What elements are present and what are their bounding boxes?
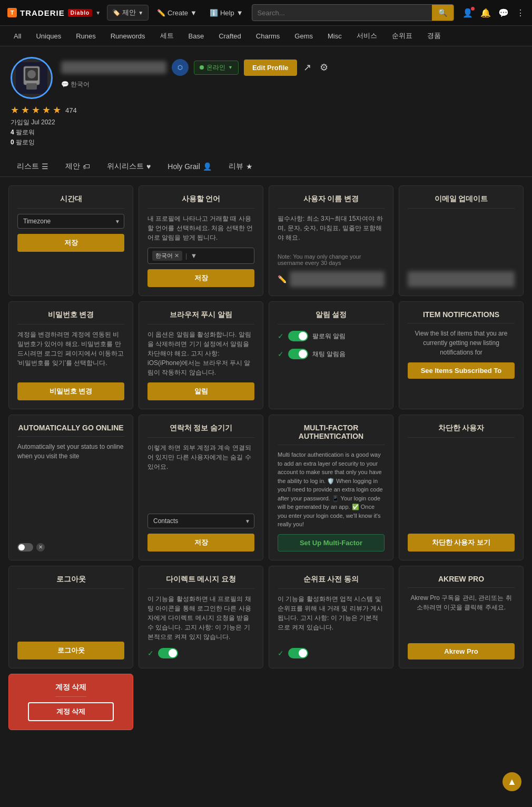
card-akrew-pro: AKREW PRO Akrew Pro 구독을 관리, 관리또는 취소하려면 이… — [399, 566, 524, 668]
chat-icon[interactable]: 💬 — [498, 8, 509, 18]
username-description: 필수사항: 최소 3자~최대 15자여야 하며, 문자, 숫자, 마침표, 밑줄… — [278, 214, 385, 248]
cat-runes[interactable]: Runes — [70, 27, 102, 45]
chevron-down-icon[interactable]: ▼ — [95, 10, 101, 16]
card-title-email: 이메일 업데이트 — [408, 194, 515, 209]
auto-online-close-icon[interactable]: ✕ — [36, 543, 45, 552]
tab-proposal[interactable]: 제안 🏷 — [57, 158, 98, 176]
chat-toggle[interactable] — [288, 349, 308, 359]
scroll-to-top-button[interactable]: ▲ — [503, 772, 521, 791]
help-dropdown[interactable]: ℹ️ Help ▼ — [205, 6, 248, 19]
chat-toggle-label: 채팅 알림음 — [312, 350, 346, 359]
heart-icon: ♥ — [146, 162, 151, 171]
username-blur — [61, 61, 166, 74]
svg-point-3 — [27, 70, 36, 78]
card-dm-requests: 다이렉트 메시지 요청 이 기능을 활성화하면 내 프로필의 채팅 아이콘을 통… — [139, 566, 263, 668]
cat-crafted[interactable]: Crafted — [212, 27, 248, 45]
card-blocked-users: 차단한 사용자 차단한 사용자 보기 — [399, 415, 524, 560]
tab-list[interactable]: 리스트 ☰ — [8, 158, 57, 176]
search-input[interactable] — [252, 5, 432, 21]
tab-holy-grail[interactable]: Holy Grail 👤 — [159, 158, 220, 176]
chevron-down-icon[interactable]: ▼ — [190, 252, 197, 260]
chat-toggle-row: ✓ 채팅 알림음 — [278, 349, 385, 359]
ranking-toggle[interactable] — [288, 648, 308, 658]
search-button[interactable]: 🔍 — [432, 5, 454, 21]
rating-count: 474 — [65, 106, 77, 114]
card-password: 비밀번호 변경 계정을 변경하려면 계정에 연동된 비밀번호가 있어야 해요. … — [8, 301, 133, 409]
tab-wishlist[interactable]: 위시리스트 ♥ — [98, 158, 159, 176]
chevron-down-icon: ▼ — [190, 9, 197, 17]
see-items-button[interactable]: See Items Subscribed To — [408, 362, 515, 379]
create-dropdown[interactable]: ✏️ Create ▼ — [153, 6, 201, 19]
more-options-icon[interactable]: ⋮ — [516, 8, 525, 18]
cat-sets[interactable]: 세트 — [154, 26, 180, 46]
cat-leaderboard[interactable]: 순위표 — [386, 26, 419, 46]
logout-button[interactable]: 로그아웃 — [17, 642, 124, 660]
auto-online-toggle[interactable] — [17, 543, 33, 552]
follower-toggle-label: 팔로워 알림 — [312, 332, 346, 341]
settings-button[interactable]: ⚙ — [318, 60, 330, 75]
card-title-blocked-users: 차단한 사용자 — [408, 424, 515, 438]
akrew-pro-button[interactable]: Akrew Pro — [408, 643, 515, 660]
language-row: 💬 한국어 — [61, 80, 521, 89]
notifications-button[interactable]: 알림 — [147, 382, 254, 400]
card-email: 이메일 업데이트 — [399, 185, 524, 296]
mfa-description: Multi factor authentication is a good wa… — [278, 450, 385, 529]
contacts-select[interactable]: Contacts — [147, 514, 254, 528]
contacts-select-wrapper: Contacts ▼ — [147, 514, 254, 528]
cat-base[interactable]: Base — [182, 27, 211, 45]
tag-close-icon[interactable]: ✕ — [174, 252, 179, 259]
cat-charms[interactable]: Charms — [250, 27, 287, 45]
cat-misc[interactable]: Misc — [321, 27, 348, 45]
cat-gems[interactable]: Gems — [288, 27, 319, 45]
cat-runewords[interactable]: Runewords — [104, 27, 152, 45]
dm-toggle-row: ✓ — [147, 648, 254, 658]
tab-review[interactable]: 리뷰 ★ — [220, 158, 261, 176]
timezone-select[interactable]: Timezone — [17, 214, 124, 229]
view-blocked-button[interactable]: 차단한 사용자 보기 — [408, 534, 515, 552]
card-title-delete-account: 계정 삭제 — [55, 683, 87, 697]
stars-row: ★ ★ ★ ★ ★ 474 — [11, 104, 521, 116]
cat-uniques[interactable]: Uniques — [29, 27, 67, 45]
ranking-consent-description: 이 기능을 활성화하면 업적 시스템 및 순위표를 위해 내 거래 및 리뷰가 … — [278, 594, 385, 642]
edit-icon[interactable]: ✏️ — [278, 275, 287, 283]
user-status-icon[interactable]: 👤 — [462, 8, 473, 18]
timezone-save-button[interactable]: 저장 — [17, 234, 124, 252]
follower-toggle[interactable] — [288, 331, 308, 341]
auto-online-description: Automatically set your status to online … — [17, 442, 124, 536]
edit-profile-button[interactable]: Edit Profile — [244, 60, 297, 76]
top-nav: T TRADERIE Diablo ▼ 🏷️ 제안 ▼ ✏️ Create ▼ … — [0, 0, 532, 26]
setup-mfa-button[interactable]: Set Up Multi-Factor — [278, 534, 385, 552]
follower-toggle-row: ✓ 팔로워 알림 — [278, 331, 385, 341]
card-mfa: MULTI-FACTOR AUTHENTICATION Multi factor… — [269, 415, 393, 560]
card-browser-push: 브라우저 푸시 알림 이 옵션은 알림을 활성화합니다. 알림을 삭제하려면 기… — [139, 301, 263, 409]
cat-service[interactable]: 서비스 — [350, 26, 383, 46]
cat-giveaway[interactable]: 경품 — [421, 26, 447, 46]
followers-count: 4 팔로워 — [11, 128, 521, 137]
card-logout: 로그아웃 로그아웃 — [8, 566, 133, 668]
divider-icon: | — [185, 252, 187, 260]
password-change-button[interactable]: 비밀번호 변경 — [17, 382, 124, 400]
delete-account-button[interactable]: 계정 삭제 — [28, 702, 113, 721]
profile-actions: Edit Profile ↗ ⚙ — [244, 60, 330, 76]
online-status[interactable]: 온라인 ▼ — [194, 61, 239, 75]
language-tag-input: 한국어 ✕ | ▼ — [147, 248, 254, 264]
cat-all[interactable]: All — [7, 27, 27, 45]
proposal-dropdown[interactable]: 🏷️ 제안 ▼ — [107, 5, 149, 21]
card-ranking-consent: 순위표 사전 동의 이 기능을 활성화하면 업적 시스템 및 순위표를 위해 내… — [269, 566, 393, 668]
password-description: 계정을 변경하려면 계정에 연동된 비밀번호가 있어야 해요. 비밀번호를 만드… — [17, 330, 124, 377]
check-icon: ✓ — [278, 332, 284, 340]
logo-area: T TRADERIE Diablo ▼ — [7, 8, 101, 17]
person-icon: 👤 — [203, 162, 212, 171]
following-count: 0 팔로잉 — [11, 138, 521, 147]
share-button[interactable]: ↗ — [301, 60, 313, 75]
language-save-button[interactable]: 저장 — [147, 269, 254, 287]
check-icon: ✓ — [278, 350, 284, 358]
notifications-icon[interactable]: 🔔 — [480, 8, 491, 18]
chevron-down-icon: ▼ — [237, 9, 243, 17]
avatar — [11, 57, 53, 99]
dm-toggle[interactable] — [158, 648, 178, 658]
username-input-row: ✏️ — [278, 271, 385, 287]
contacts-save-button[interactable]: 저장 — [147, 534, 254, 552]
language-description: 내 프로필에 나타나고 거래할 때 사용할 언어를 선택하세요. 처음 선택한 … — [147, 214, 254, 242]
language-icon: 💬 — [61, 81, 71, 88]
